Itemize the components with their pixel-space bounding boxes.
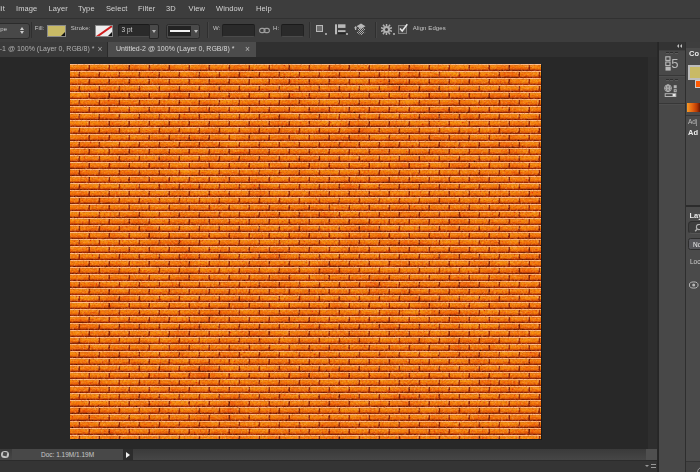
svg-text:5: 5 xyxy=(671,56,678,71)
